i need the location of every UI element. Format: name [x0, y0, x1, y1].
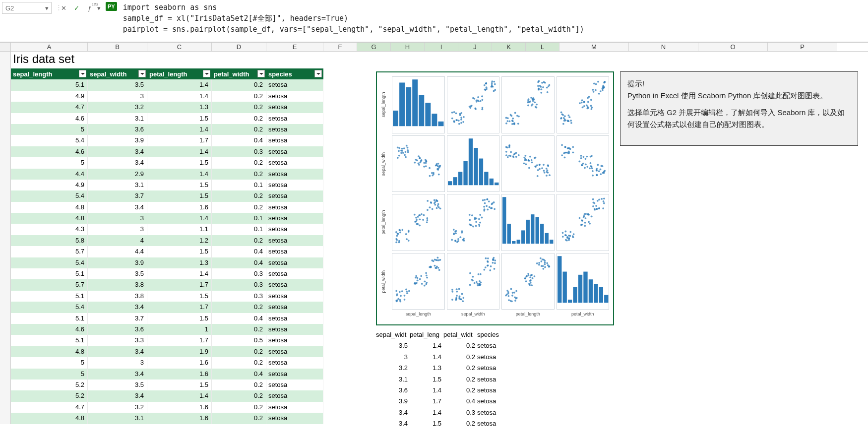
table-row[interactable]: 4.831.40.1setosa [11, 213, 323, 224]
column-header-L[interactable]: L [526, 43, 559, 51]
row-number[interactable] [0, 346, 11, 357]
row-number[interactable] [0, 235, 11, 246]
table-row[interactable]: 5.23.41.40.2setosa [11, 390, 323, 401]
cell[interactable]: 5.4 [11, 302, 88, 313]
row-number[interactable] [0, 68, 11, 79]
cell[interactable]: 0.4 [443, 396, 477, 407]
cell[interactable]: 3.2 [376, 363, 410, 374]
cell[interactable]: 0.2 [212, 346, 266, 357]
table-row[interactable]: 4.331.10.1setosa [11, 224, 323, 235]
cell[interactable]: setosa [266, 302, 323, 313]
name-box[interactable]: G2 ▾ [2, 2, 52, 14]
cell[interactable]: 3 [88, 91, 147, 102]
table-row[interactable]: 5.43.71.50.2setosa [11, 190, 323, 201]
cell[interactable]: 3.7 [88, 313, 147, 324]
cell[interactable]: 1.7 [147, 279, 212, 290]
table-row[interactable]: 5.23.51.50.2setosa [11, 379, 323, 390]
cell[interactable]: 1.7 [147, 335, 212, 346]
cell[interactable]: setosa [266, 224, 323, 235]
cell[interactable]: setosa [266, 402, 323, 413]
cell[interactable]: 4.8 [11, 346, 88, 357]
cell[interactable]: setosa [477, 374, 511, 385]
row-number[interactable] [0, 180, 11, 190]
cell[interactable]: 4 [88, 235, 147, 246]
cell[interactable]: 0.2 [443, 385, 477, 396]
cell[interactable]: 0.2 [212, 402, 266, 413]
table-row[interactable]: 3.41.40.3setosa [376, 407, 511, 418]
name-box-dropdown-icon[interactable]: ▾ [42, 4, 51, 12]
cell[interactable]: 0.3 [212, 268, 266, 279]
cell[interactable]: 0.3 [212, 279, 266, 290]
cell[interactable]: 3.4 [88, 302, 147, 313]
row-number[interactable] [0, 313, 11, 324]
formula-text[interactable]: import seaborn as sns sample_df = xl("Ir… [120, 1, 868, 36]
row-number[interactable] [0, 190, 11, 201]
table-row[interactable]: 3.11.50.2setosa [376, 374, 511, 385]
cell[interactable]: 5.7 [11, 279, 88, 290]
cell[interactable]: setosa [266, 113, 323, 124]
cell[interactable]: 0.1 [212, 213, 266, 224]
cell[interactable]: 1.5 [147, 113, 212, 124]
cell[interactable]: 4.8 [11, 202, 88, 213]
table-row[interactable]: 3.51.40.2setosa [376, 340, 511, 351]
cell[interactable]: 4.8 [11, 413, 88, 424]
cell[interactable]: 3.5 [88, 268, 147, 279]
cell[interactable]: setosa [266, 257, 323, 268]
table-row[interactable]: 5.13.51.40.2setosa [11, 79, 323, 90]
row-number[interactable] [0, 169, 11, 180]
cell[interactable]: 5 [11, 157, 88, 168]
cell[interactable]: 3 [88, 224, 147, 235]
cell[interactable]: 5.4 [11, 135, 88, 146]
filter-dropdown-icon[interactable] [79, 70, 86, 77]
cell[interactable]: 3.6 [88, 324, 147, 335]
cell[interactable]: 3.1 [88, 113, 147, 124]
cell[interactable]: 4.7 [11, 402, 88, 413]
cell[interactable]: 5.1 [11, 313, 88, 324]
cell[interactable]: 0.2 [212, 413, 266, 424]
cell[interactable]: 1.4 [147, 91, 212, 102]
cell[interactable]: setosa [266, 313, 323, 324]
table-row[interactable]: 53.61.40.2setosa [11, 124, 323, 135]
cell[interactable]: setosa [266, 202, 323, 213]
table-row[interactable]: 4.63.41.40.3setosa [11, 146, 323, 157]
cell[interactable]: 5.2 [11, 390, 88, 401]
column-header-J[interactable]: J [458, 43, 492, 51]
column-header-D[interactable]: D [212, 43, 266, 51]
cell[interactable]: 1.6 [147, 369, 212, 379]
cell[interactable]: setosa [266, 91, 323, 102]
cell[interactable]: 1.4 [410, 385, 443, 396]
cell[interactable]: 4.6 [11, 324, 88, 335]
cell[interactable]: 5.1 [11, 291, 88, 302]
cell[interactable]: 5.7 [11, 246, 88, 257]
table-row[interactable]: 531.60.2setosa [11, 357, 323, 368]
cell[interactable]: setosa [266, 135, 323, 146]
cell[interactable]: 0.2 [443, 352, 477, 363]
column-header-A[interactable]: A [11, 43, 88, 51]
cell[interactable]: setosa [477, 418, 511, 429]
cell[interactable]: 1.4 [147, 268, 212, 279]
cell[interactable]: 1.4 [147, 390, 212, 401]
cell[interactable]: 5.2 [11, 379, 88, 390]
cell[interactable]: 3.4 [88, 390, 147, 401]
cell[interactable]: 0.4 [212, 135, 266, 146]
cell[interactable]: 4.9 [11, 91, 88, 102]
column-header-N[interactable]: N [629, 43, 698, 51]
cell[interactable]: setosa [266, 369, 323, 379]
cell[interactable]: setosa [266, 213, 323, 224]
row-number[interactable] [0, 146, 11, 157]
cell[interactable]: 1.5 [147, 190, 212, 201]
cell[interactable]: 4.6 [11, 146, 88, 157]
cell[interactable]: setosa [266, 335, 323, 346]
cell[interactable]: 5 [11, 357, 88, 368]
cell[interactable]: 1.6 [147, 202, 212, 213]
cell[interactable]: setosa [266, 379, 323, 390]
cell[interactable]: setosa [266, 124, 323, 135]
cell[interactable]: 4.9 [11, 180, 88, 190]
cell[interactable]: 3.4 [88, 369, 147, 379]
column-header-M[interactable]: M [559, 43, 629, 51]
row-number[interactable] [0, 91, 11, 102]
row-number[interactable] [0, 113, 11, 124]
table-row[interactable]: 4.83.41.90.2setosa [11, 346, 323, 357]
fx-button[interactable]: ƒ123 [84, 3, 94, 13]
cell[interactable]: 3 [376, 352, 410, 363]
